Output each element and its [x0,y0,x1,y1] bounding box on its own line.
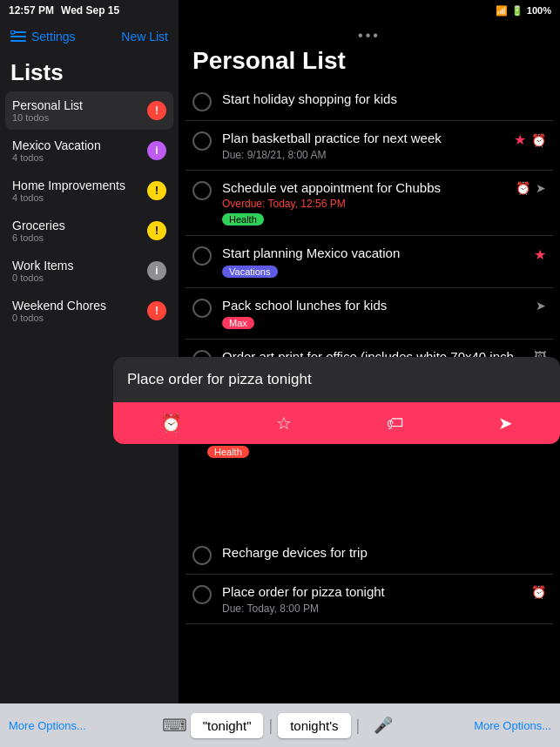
popup-clock-icon[interactable]: ⏰ [160,413,182,434]
suggestion-divider-2: | [351,717,366,735]
popup-star-icon[interactable]: ☆ [276,413,292,434]
task-popup: Place order for pizza tonight ⏰ ☆ 🏷 ➤ [113,357,560,444]
task-item-5[interactable]: Pack school lunches for kids Max ➤ [186,288,553,340]
task-name-1: Start holiday shopping for kids [222,91,546,108]
main-title: Personal List [192,47,546,75]
task-star-4: ★ [534,246,546,263]
keyboard-bar: More Options... ⌨ "tonight" | tonight's … [0,703,560,747]
badge-mexico: i [147,141,166,160]
sidebar-item-personal[interactable]: Personal List 10 todos ! [5,91,173,130]
suggestion-divider: | [263,717,278,735]
task-tag-max-5: Max [222,317,254,329]
popup-send-icon[interactable]: ➤ [498,413,513,434]
sidebar-title: Lists [0,52,179,91]
svg-rect-3 [10,30,15,34]
task-name-9: Place order for pizza tonight [222,583,531,601]
svg-rect-1 [10,36,26,37]
task-circle-4[interactable] [192,246,212,266]
task-item-9[interactable]: Place order for pizza tonight Due: Today… [186,575,553,624]
microphone-icon[interactable]: 🎤 [365,716,401,735]
settings-label: Settings [31,30,76,44]
task-item-4[interactable]: Start planning Mexico vacation Vacations… [186,236,553,288]
popup-title: Place order for pizza tonight [127,371,546,388]
sidebar-item-weekend[interactable]: Weekend Chores 0 todos ! [5,292,173,330]
task-circle-2[interactable] [192,131,212,151]
wifi-icon: 📶 [496,5,508,17]
badge-work: i [147,261,166,280]
clock-icon-9: ⏰ [531,585,546,599]
task-name-3: Schedule vet appointment for Chubbs [222,179,516,197]
popup-tag-icon[interactable]: 🏷 [387,414,404,434]
sidebar-item-groceries[interactable]: Groceries 6 todos ! [5,212,173,250]
task-due-9: Due: Today, 8:00 PM [222,602,531,615]
task-item-1[interactable]: Start holiday shopping for kids [186,82,553,121]
task-circle-9[interactable] [192,585,212,604]
task-due-2: Due: 9/18/21, 8:00 AM [222,149,514,161]
task-circle-3[interactable] [192,181,212,200]
task-name-8: Recharge devices for trip [222,544,546,562]
settings-button[interactable]: Settings [10,30,76,44]
task-name-2: Plan basketball practice for next week [222,130,514,147]
suggestion-1[interactable]: "tonight" [191,713,264,738]
task-item-2[interactable]: Plan basketball practice for next week D… [186,121,553,171]
keyboard-suggestions: ⌨ "tonight" | tonight's | 🎤 [159,711,401,739]
send-icon-5: ➤ [536,299,546,313]
badge-weekend: ! [147,301,166,320]
badge-home: ! [147,181,166,200]
sidebar-item-home[interactable]: Home Improvements 4 todos ! [5,172,173,210]
keyboard-device-icon: ⌨ [159,711,191,739]
task-item-8[interactable]: Recharge devices for trip [186,535,553,575]
suggestion-2[interactable]: tonight's [278,713,350,738]
task-name-4: Start planning Mexico vacation [222,245,534,262]
task-due-3: Overdue: Today, 12:56 PM [222,198,516,210]
task-tag-health-blurred: Health [207,442,249,459]
task-circle-8[interactable] [192,546,212,565]
new-list-button[interactable]: New List [121,30,168,44]
task-star-2: ★ [514,131,526,148]
task-tag-health-3: Health [222,213,264,225]
task-name-5: Pack school lunches for kids [222,297,536,314]
badge-groceries: ! [147,221,166,240]
task-circle-1[interactable] [192,92,212,111]
more-options-dots[interactable]: ••• [192,24,546,44]
clock-icon-2: ⏰ [531,133,546,147]
status-bar: 12:57 PM Wed Sep 15 📶 🔋 100% [0,0,560,21]
more-options-right[interactable]: More Options... [474,719,551,732]
status-date: Wed Sep 15 [61,4,119,17]
task-tag-vacations-4: Vacations [222,266,278,278]
sidebar-item-mexico[interactable]: Mexico Vacation 4 todos i [5,131,173,170]
battery-percent: 100% [527,5,551,16]
popup-toolbar: ⏰ ☆ 🏷 ➤ [113,402,560,444]
sidebar-item-work[interactable]: Work Items 0 todos i [5,252,173,290]
send-icon-3: ➤ [536,181,546,195]
clock-icon-3: ⏰ [516,181,530,195]
task-item-3[interactable]: Schedule vet appointment for Chubbs Over… [186,171,553,237]
battery-icon: 🔋 [511,5,523,17]
task-circle-5[interactable] [192,299,212,318]
status-time: 12:57 PM [9,4,54,17]
badge-personal: ! [147,101,166,120]
svg-rect-2 [10,40,26,42]
more-options-left[interactable]: More Options... [9,719,86,732]
